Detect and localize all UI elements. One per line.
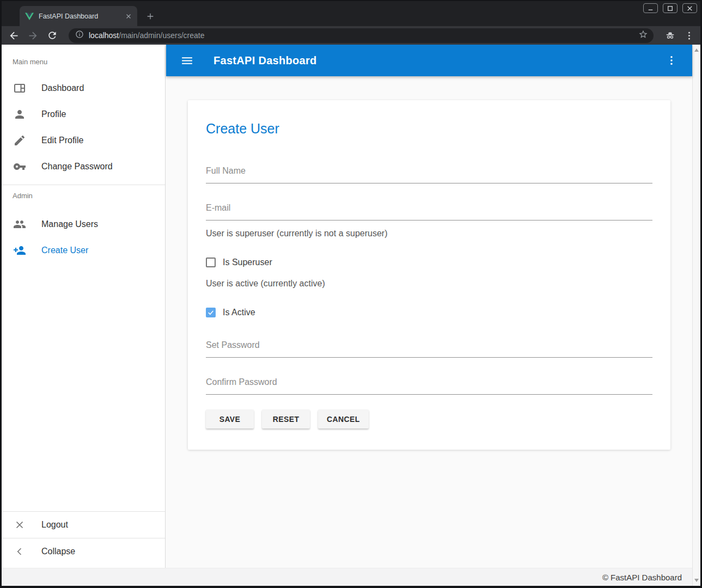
sidebar-section-admin: Admin	[2, 185, 165, 211]
browser-window: FastAPI Dashboard	[0, 0, 702, 588]
people-icon	[13, 218, 26, 231]
appbar: FastAPI Dashboard	[166, 45, 692, 76]
scrollbar-down-arrow-icon[interactable]	[694, 579, 699, 582]
sidebar-item-collapse[interactable]: Collapse	[2, 538, 165, 565]
app-root: Main menu Dashboard Profile	[2, 45, 692, 586]
bookmark-star-icon[interactable]	[638, 29, 648, 41]
sidebar-item-label: Dashboard	[41, 83, 84, 93]
appbar-title: FastAPI Dashboard	[213, 54, 317, 67]
scrollbar-up-arrow-icon[interactable]	[694, 48, 699, 52]
sidebar-item-label: Logout	[41, 520, 68, 530]
is-superuser-label: Is Superuser	[223, 258, 272, 267]
sidebar-item-dashboard[interactable]: Dashboard	[2, 75, 165, 101]
page-title: Create User	[206, 100, 652, 137]
window-minimize-button[interactable]	[643, 3, 658, 13]
sidebar-item-manage-users[interactable]: Manage Users	[2, 211, 165, 237]
sidebar-item-edit-profile[interactable]: Edit Profile	[2, 127, 165, 154]
chevron-left-icon	[13, 545, 26, 558]
sidebar-item-label: Create User	[41, 246, 88, 255]
form-actions: SAVE RESET CANCEL	[206, 409, 652, 428]
full-name-input[interactable]	[206, 164, 652, 183]
app-footer: © FastAPI Dashboard	[2, 568, 692, 586]
sidebar-item-change-password[interactable]: Change Password	[2, 154, 165, 180]
sidebar-item-create-user[interactable]: Create User	[2, 237, 165, 264]
hamburger-menu-icon[interactable]	[179, 52, 195, 69]
sidebar-item-label: Collapse	[41, 547, 75, 556]
sidebar-item-logout[interactable]: Logout	[2, 512, 165, 538]
close-icon	[13, 518, 26, 531]
active-hint: User is active (currently active)	[206, 278, 652, 289]
vertical-scrollbar[interactable]	[692, 45, 700, 586]
tab-close-icon[interactable]	[124, 11, 133, 21]
window-maximize-button[interactable]	[663, 3, 677, 13]
url-bar[interactable]: localhost/main/admin/users/create	[69, 28, 654, 43]
cancel-button[interactable]: CANCEL	[318, 409, 369, 428]
incognito-icon	[664, 30, 676, 41]
save-button[interactable]: SAVE	[206, 409, 254, 428]
sidebar: Main menu Dashboard Profile	[2, 45, 166, 568]
create-user-card: Create User User is superuser (currently…	[188, 100, 670, 450]
is-superuser-row: Is Superuser	[206, 257, 652, 268]
reset-button[interactable]: RESET	[262, 409, 310, 428]
dashboard-icon	[13, 82, 26, 95]
sidebar-item-label: Manage Users	[41, 219, 98, 229]
email-input[interactable]	[206, 201, 652, 220]
tab-title: FastAPI Dashboard	[39, 13, 124, 20]
sidebar-item-profile[interactable]: Profile	[2, 101, 165, 127]
browser-menu-kebab-icon[interactable]	[683, 30, 695, 41]
vue-logo-icon	[25, 12, 34, 21]
pencil-icon	[13, 134, 26, 147]
back-button[interactable]	[8, 30, 20, 41]
sidebar-item-label: Profile	[41, 109, 66, 119]
page-viewport: Main menu Dashboard Profile	[2, 45, 700, 586]
sidebar-item-label: Edit Profile	[41, 136, 83, 145]
window-controls	[643, 3, 697, 13]
browser-tab[interactable]: FastAPI Dashboard	[20, 6, 137, 26]
is-active-checkbox[interactable]	[206, 308, 216, 317]
is-active-label: Is Active	[223, 308, 255, 317]
browser-toolbar: localhost/main/admin/users/create	[2, 26, 700, 45]
new-tab-button[interactable]	[144, 10, 156, 22]
is-active-row: Is Active	[206, 307, 652, 318]
page-info-icon[interactable]	[75, 30, 84, 41]
is-superuser-checkbox[interactable]	[206, 258, 216, 267]
appbar-kebab-menu-icon[interactable]	[663, 52, 680, 69]
main-area: FastAPI Dashboard Create User User is su…	[166, 45, 692, 568]
confirm-password-input[interactable]	[206, 375, 652, 395]
window-close-button[interactable]	[682, 3, 697, 13]
person-add-icon	[13, 244, 26, 257]
reload-button[interactable]	[46, 30, 58, 41]
forward-button[interactable]	[27, 30, 39, 41]
set-password-input[interactable]	[206, 338, 652, 358]
key-icon	[13, 160, 26, 173]
sidebar-section-main-menu: Main menu	[2, 45, 165, 75]
superuser-hint: User is superuser (currently is not a su…	[206, 228, 652, 239]
url-text: localhost/main/admin/users/create	[89, 31, 638, 40]
browser-titlebar: FastAPI Dashboard	[2, 1, 700, 26]
sidebar-bottom: Logout Collapse	[2, 511, 165, 565]
person-icon	[13, 108, 26, 121]
sidebar-item-label: Change Password	[41, 162, 113, 171]
copyright-text: © FastAPI Dashboard	[602, 573, 682, 582]
